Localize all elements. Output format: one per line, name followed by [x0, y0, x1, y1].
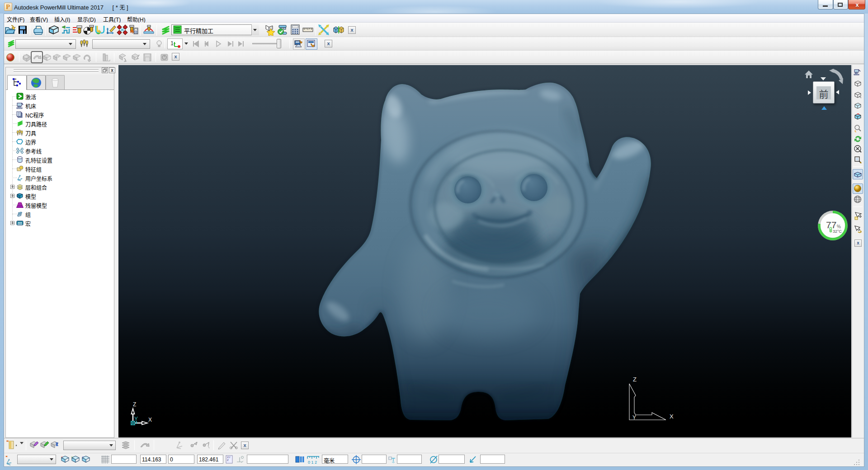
svg-text:0 1 2: 0 1 2 [308, 460, 317, 465]
svg-text:Z: Z [633, 376, 637, 383]
svg-text:Y: Y [632, 414, 636, 421]
svg-text:X: X [670, 413, 674, 420]
svg-text:%: % [837, 224, 841, 229]
svg-text:Z: Z [133, 401, 136, 408]
svg-text:32°C: 32°C [833, 229, 842, 234]
svg-text:77: 77 [826, 220, 836, 230]
svg-text:1: 1 [170, 40, 174, 47]
svg-text:Y: Y [134, 416, 138, 422]
svg-text:X: X [148, 417, 152, 423]
svg-text:Z: Z [227, 459, 229, 461]
